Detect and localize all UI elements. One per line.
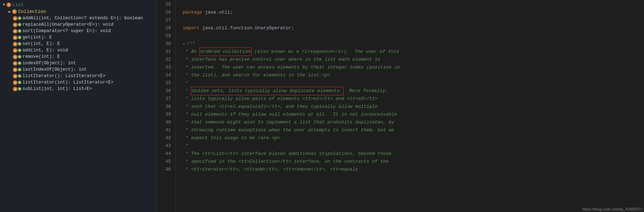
b-icon-sort: b: [18, 29, 21, 33]
b-icon-remove: b: [18, 55, 21, 59]
file-tree[interactable]: ▼ I List ▶ C Collection m b addAll(int, …: [0, 0, 157, 212]
method-icon-listIterator1: m: [13, 80, 17, 85]
ordered-collection-highlight: ordered collection: [199, 47, 252, 56]
method-icon-indexOf: m: [13, 61, 17, 66]
code-line-36: * Unlike sets, lists typically allow dup…: [183, 87, 644, 95]
tree-item-subList[interactable]: m b subList(int, int): List<E>: [0, 86, 157, 92]
method-icon-add: m: [13, 48, 17, 53]
code-line-44: * The <tt>List</tt> interface places add…: [183, 150, 644, 158]
arrow-right-icon: ▶: [7, 9, 12, 14]
code-line-32: * interface has precise control over whe…: [183, 56, 644, 64]
replaceAll-label: replaceAll(UnaryOperator<E>): void: [22, 22, 113, 27]
collection-label: Collection: [18, 9, 46, 14]
code-line-33: * inserted. The user can access elements…: [183, 64, 644, 71]
tree-item-remove[interactable]: m b remove(int): E: [0, 54, 157, 60]
tree-item-listIterator1[interactable]: m b listIterator(int): ListIterator<E>: [0, 79, 157, 86]
method-icon-lastIndexOf: m: [13, 67, 17, 72]
collection-icon: C: [12, 9, 17, 14]
set-label: set(int, E): E: [22, 41, 60, 46]
b-icon-subList: b: [18, 87, 21, 91]
method-icon-addAll: m: [13, 16, 17, 21]
unlike-sets-highlight: Unlike sets, lists typically allow dupli…: [191, 87, 343, 95]
method-icon-subList: m: [13, 87, 17, 91]
remove-label: remove(int): E: [22, 54, 60, 59]
code-line-38: * such that <tt>e1.equals(e2)</tt>, and …: [183, 103, 644, 111]
get-label: get(int): E: [22, 35, 52, 40]
code-line-39: * null elements if they allow null eleme…: [183, 111, 644, 118]
code-line-37: * lists typically allow pairs of element…: [183, 95, 644, 103]
tree-item-listIterator0[interactable]: m b listIterator(): ListIterator<E>: [0, 73, 157, 79]
fold-icon[interactable]: ▾: [183, 40, 185, 48]
code-content: package java.util; import java.util.func…: [176, 0, 644, 212]
keyword-import: import: [183, 24, 199, 32]
arrow-down-icon: ▼: [1, 2, 6, 7]
tree-item-collection[interactable]: ▶ C Collection: [0, 8, 157, 15]
keyword-package: package: [183, 9, 202, 16]
watermark: https://blog.csdn.net/qq_42882671: [582, 207, 643, 211]
addAll-label: addAll(int, Collection<? extends E>): bo…: [22, 16, 143, 21]
list-label: List: [12, 2, 24, 7]
code-line-31: * An ordered collection (also known as a…: [183, 48, 644, 56]
code-line-46: * <tt>iterator</tt>, <tt>add</tt>, <tt>r…: [183, 166, 644, 173]
method-icon-replaceAll: m: [13, 22, 17, 27]
b-icon-indexOf: b: [18, 61, 21, 65]
line-numbers: 25 26 27 28 29 30 31 32 33 34 35 36 37 3…: [157, 0, 176, 212]
tree-item-list[interactable]: ▼ I List: [0, 1, 157, 8]
code-line-27: [183, 16, 644, 24]
code-editor: 25 26 27 28 29 30 31 32 33 34 35 36 37 3…: [157, 0, 644, 212]
b-icon-replaceAll: b: [18, 23, 21, 26]
add-label: add(int, E): void: [22, 48, 68, 53]
code-line-41: * throwing runtime exceptions when the u…: [183, 126, 644, 134]
b-icon-lastIndexOf: b: [18, 68, 21, 71]
method-icon-listIterator0: m: [13, 74, 17, 79]
method-icon-remove: m: [13, 55, 17, 59]
b-icon-set: b: [18, 42, 21, 46]
code-line-25: [183, 1, 644, 9]
tree-item-add[interactable]: m b add(int, E): void: [0, 47, 157, 54]
b-icon-addAll: b: [18, 16, 21, 20]
indexOf-label: indexOf(Object): int: [22, 61, 76, 66]
code-line-34: * the list), and search for elements in …: [183, 71, 644, 79]
method-icon-sort: m: [13, 29, 17, 34]
b-icon-listIterator0: b: [18, 74, 21, 78]
sort-label: sort(Comparator<? super E>): void: [22, 29, 111, 34]
tree-item-addAll[interactable]: m b addAll(int, Collection<? extends E>)…: [0, 15, 157, 21]
method-icon-set: m: [13, 42, 17, 46]
subList-label: subList(int, int): List<E>: [22, 86, 92, 91]
tree-item-lastIndexOf[interactable]: m b lastIndexOf(Object): int: [0, 66, 157, 73]
tree-item-set[interactable]: m b set(int, E): E: [0, 41, 157, 47]
code-line-30: ▾ /**: [183, 40, 644, 48]
code-line-40: * that someone might wish to implement a…: [183, 118, 644, 126]
listIterator0-label: listIterator(): ListIterator<E>: [22, 74, 106, 79]
method-icon-get: m: [13, 35, 17, 40]
tree-item-replaceAll[interactable]: m b replaceAll(UnaryOperator<E>): void: [0, 21, 157, 28]
tree-item-sort[interactable]: m b sort(Comparator<? super E>): void: [0, 28, 157, 34]
code-line-35: *: [183, 79, 644, 87]
b-icon-add: b: [18, 49, 21, 52]
list-interface-icon: I: [6, 2, 11, 7]
code-line-26: package java.util;: [183, 9, 644, 16]
lastIndexOf-label: lastIndexOf(Object): int: [22, 67, 87, 72]
b-icon-get: b: [18, 36, 21, 39]
code-line-28: import java.util.function.UnaryOperator;: [183, 24, 644, 32]
b-icon-listIterator1: b: [18, 81, 21, 84]
tree-item-indexOf[interactable]: m b indexOf(Object): int: [0, 60, 157, 66]
code-line-42: * expect this usage to be rare.<p>: [183, 134, 644, 142]
code-line-43: *: [183, 142, 644, 150]
code-line-45: * specified in the <tt>Collection</tt> i…: [183, 158, 644, 166]
code-line-29: [183, 32, 644, 40]
listIterator1-label: listIterator(int): ListIterator<E>: [22, 80, 113, 85]
tree-item-get[interactable]: m b get(int): E: [0, 34, 157, 41]
